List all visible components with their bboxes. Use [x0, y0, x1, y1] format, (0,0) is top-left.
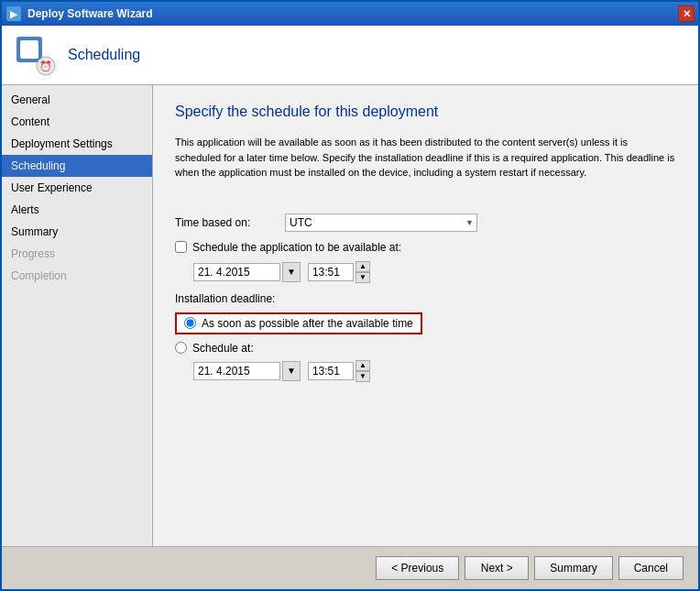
- window-title: Deploy Software Wizard: [27, 7, 678, 20]
- summary-button[interactable]: Summary: [534, 556, 612, 580]
- date-input-2[interactable]: [193, 362, 280, 380]
- previous-button[interactable]: < Previous: [376, 556, 459, 580]
- svg-text:▶: ▶: [10, 9, 18, 19]
- svg-rect-3: [20, 40, 38, 59]
- schedule-available-row: Schedule the application to be available…: [175, 241, 676, 254]
- description-text: This application will be available as so…: [175, 135, 676, 181]
- sidebar-item-general[interactable]: General: [2, 89, 152, 111]
- time-up-btn-1[interactable]: ▲: [355, 261, 370, 272]
- sidebar-item-user-experience[interactable]: User Experience: [2, 177, 152, 199]
- footer: < Previous Next > Summary Cancel: [2, 546, 698, 589]
- date-input-1[interactable]: [193, 263, 280, 281]
- schedule-available-checkbox[interactable]: [175, 241, 187, 253]
- main-area: General Content Deployment Settings Sche…: [2, 85, 698, 546]
- svg-text:⏰: ⏰: [39, 60, 52, 72]
- close-button[interactable]: ✕: [678, 5, 695, 22]
- page-title: Specify the schedule for this deployment: [175, 104, 676, 120]
- installation-deadline-label: Installation deadline:: [175, 292, 676, 305]
- time-based-row: Time based on: UTC: [175, 213, 676, 232]
- sidebar-item-summary[interactable]: Summary: [2, 221, 152, 243]
- sidebar-item-alerts[interactable]: Alerts: [2, 199, 152, 221]
- date-time-row-1: ▼ ▲ ▼: [193, 261, 676, 283]
- next-button[interactable]: Next >: [465, 556, 529, 580]
- time-input-2[interactable]: [308, 362, 354, 380]
- sidebar-item-deployment-settings[interactable]: Deployment Settings: [2, 133, 152, 155]
- radio-schedule-row: Schedule at:: [175, 342, 676, 355]
- scheduling-icon: ⏰: [13, 33, 57, 77]
- time-based-select-wrapper: UTC: [285, 213, 477, 232]
- radio-asap[interactable]: [184, 317, 196, 329]
- radio-asap-label: As soon as possible after the available …: [202, 317, 413, 330]
- date-dropdown-btn-1[interactable]: ▼: [282, 262, 301, 282]
- time-input-1[interactable]: [308, 263, 354, 281]
- sidebar-item-scheduling[interactable]: Scheduling: [2, 155, 152, 177]
- header-area: ⏰ Scheduling: [2, 26, 698, 85]
- main-window: ▶ Deploy Software Wizard ✕ ⏰ Scheduling …: [0, 0, 700, 591]
- time-down-btn-2[interactable]: ▼: [355, 371, 370, 382]
- title-bar: ▶ Deploy Software Wizard ✕: [2, 2, 698, 26]
- sidebar-item-completion: Completion: [2, 265, 152, 287]
- time-based-select[interactable]: UTC: [285, 213, 477, 232]
- sidebar-item-progress: Progress: [2, 243, 152, 265]
- time-up-btn-2[interactable]: ▲: [355, 360, 370, 371]
- time-down-btn-1[interactable]: ▼: [355, 272, 370, 283]
- time-based-label: Time based on:: [175, 216, 285, 229]
- date-time-row-2: ▼ ▲ ▼: [193, 360, 676, 382]
- radio-asap-row: As soon as possible after the available …: [175, 312, 676, 334]
- wizard-icon: ▶: [5, 5, 22, 22]
- content-area: Specify the schedule for this deployment…: [153, 85, 698, 546]
- radio-schedule-label: Schedule at:: [192, 342, 254, 355]
- schedule-available-label: Schedule the application to be available…: [192, 241, 401, 254]
- radio-schedule[interactable]: [175, 342, 187, 354]
- cancel-button[interactable]: Cancel: [618, 556, 684, 580]
- sidebar-item-content[interactable]: Content: [2, 111, 152, 133]
- date-dropdown-btn-2[interactable]: ▼: [282, 361, 301, 381]
- radio-asap-highlighted: As soon as possible after the available …: [175, 312, 422, 334]
- header-title: Scheduling: [68, 47, 140, 63]
- sidebar: General Content Deployment Settings Sche…: [2, 85, 153, 546]
